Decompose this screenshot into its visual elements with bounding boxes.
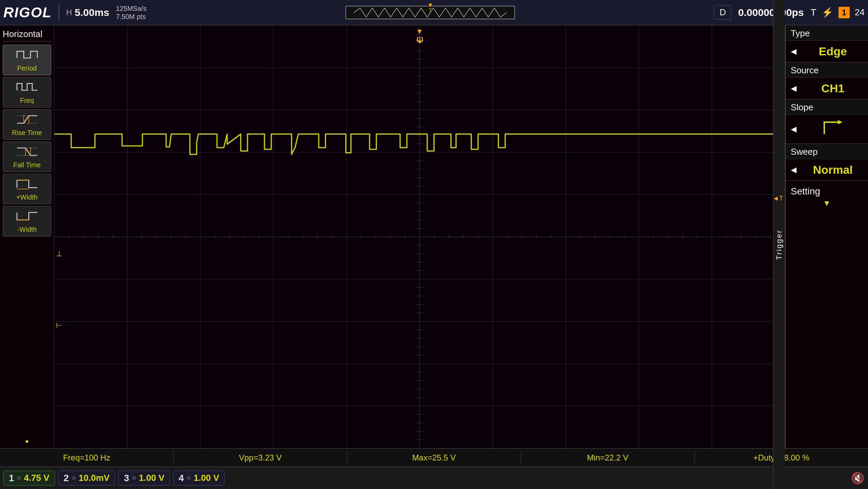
header-right: T ⚡ 1 24 [811,7,865,18]
channel-1-coupling: = [17,474,21,483]
trigger-setting-section: Setting ▼ [786,181,868,213]
trigger-slope-section: Slope ◄ [786,99,868,144]
fall-time-icon [15,145,39,160]
trigger-setting-label: Setting [789,186,820,197]
header-divider [59,4,59,21]
trigger-slope-row: ◄ [786,115,868,144]
trigger-top-marker: ▼ [427,2,433,9]
timebase-value: 5.00ms [75,7,109,18]
freq-label: Freq [20,97,34,105]
channel-4-coupling: = [186,474,191,483]
trigger-slope-arrow-left[interactable]: ◄ [789,124,798,135]
period-label: Period [17,64,37,72]
trigger-source-value: CH1 [801,82,865,95]
ground-indicator-text: ⊥ [56,249,62,258]
header-bar: RIGOL H 5.00ms 125MSa/s 7.50M pts ▼ [0,0,868,25]
measurements-bar: Freq=100 Hz Vpp=3.23 V Max=25.5 V Min=22… [0,448,868,467]
channel-3-voltage: 1.00 V [139,473,164,483]
oscilloscope-display: RIGOL H 5.00ms 125MSa/s 7.50M pts ▼ [0,0,868,489]
channel-badge: 1 [839,7,850,18]
channel-bar: 1 = 4.75 V 2 = 10.0mV 3 = 1.00 V 4 = 1.0… [0,467,868,489]
freq-button[interactable]: Freq [3,77,51,108]
channel-1-item[interactable]: 1 = 4.75 V [3,471,55,486]
trigger-sweep-section: Sweep ◄ Normal [786,144,868,181]
trigger-position-marker: ▼ 🔱 [416,27,423,43]
battery-indicator: 24 [855,7,865,18]
measurement-vpp: Vpp=3.23 V [174,451,347,464]
trigger-source-row: ◄ CH1 [786,78,868,99]
pos-width-button[interactable]: +Width [3,174,51,204]
neg-width-button[interactable]: -Width [3,206,51,237]
trigger-type-label: Type [786,25,868,41]
trigger-source-label: Source [786,62,868,78]
channel-3-item[interactable]: 3 = 1.00 V [118,471,170,486]
measurement-min: Min=22.2 V [521,451,695,464]
main-content: Horizontal Period Freq [0,25,868,448]
sample-rate: 125MSa/s [116,4,146,13]
channel-2-num: 2 [64,473,69,484]
right-panel: Type ◄ Edge Source ◄ CH1 Slope ◄ [785,25,868,448]
trigger-slope-icon [801,119,865,139]
timebase-section: H 5.00ms [66,7,109,18]
pos-width-icon [15,177,39,192]
ch1-ground-marker: ⊢ [56,321,62,330]
trigger-status-icon: ⚡ [822,7,833,18]
channel-4-voltage: 1.00 V [194,473,219,483]
fall-time-label: Fall Time [13,161,41,169]
speaker-icon[interactable]: 🔇 [851,472,865,485]
trigger-type-section: Type ◄ Edge [786,25,868,62]
brand-logo: RIGOL [3,4,52,21]
freq-icon [15,80,39,95]
trigger-type-arrow-left[interactable]: ◄ [789,46,798,57]
left-panel-title: Horizontal [3,29,51,41]
sample-section: 125MSa/s 7.50M pts [116,4,146,21]
trigger-sweep-label: Sweep [786,144,868,159]
trigger-sweep-value: Normal [801,163,865,176]
pos-width-label: +Width [16,193,38,201]
trigger-t-top: ▼ [416,27,423,36]
channel-1-num: 1 [9,473,14,484]
trigger-sweep-arrow-left[interactable]: ◄ [789,165,798,175]
timebase-label: H [66,8,72,17]
trigger-vertical-text: Trigger [775,229,784,260]
measurement-freq: Freq=100 Hz [0,451,174,464]
trigger-source-section: Source ◄ CH1 [786,62,868,99]
trigger-type-value: Edge [801,45,865,58]
trigger-wave-indicator: ▼ T [153,6,707,19]
fall-time-button[interactable]: Fall Time [3,142,51,172]
channel-3-coupling: = [132,474,136,483]
trigger-type-row: ◄ Edge [786,41,868,62]
scope-screen: ▼ 🔱 [54,25,785,448]
d-label: D [719,7,726,17]
neg-width-icon [15,209,39,224]
trigger-t-icon: 🔱 [416,36,423,43]
rise-time-button[interactable]: Rise Time [3,109,51,140]
grid-svg: ⊥ [54,25,785,448]
measurement-max: Max=25.5 V [347,451,521,464]
channel-2-coupling: = [72,474,76,483]
ground-dot-indicator: ● [3,438,51,445]
channel-1-voltage: 4.75 V [24,473,49,483]
neg-width-label: -Width [17,226,37,233]
sample-points: 7.50M pts [116,13,146,21]
channel-2-voltage: 10.0mV [79,473,110,483]
trigger-setting-down-arrow[interactable]: ▼ [823,199,831,208]
period-icon [15,48,39,63]
time-offset-display: 0.00000000ps [738,7,804,18]
rise-time-icon [15,112,39,128]
period-button[interactable]: Period [3,45,51,75]
d-indicator: D [714,5,731,20]
trigger-level-marker: ◄T [772,194,783,202]
left-panel: Horizontal Period Freq [0,25,54,448]
trigger-source-arrow-left[interactable]: ◄ [789,83,798,94]
channel-4-item[interactable]: 4 = 1.00 V [173,471,225,486]
trigger-sweep-row: ◄ Normal [786,159,868,181]
t-status-label: T [811,7,816,18]
channel-4-num: 4 [179,473,184,484]
side-trigger-label: Trigger [773,25,785,448]
rise-time-label: Rise Time [12,129,42,137]
trigger-slope-label: Slope [786,99,868,115]
channel-2-item[interactable]: 2 = 10.0mV [58,471,115,486]
sample-info: 125MSa/s 7.50M pts [116,4,146,21]
channel-3-num: 3 [124,473,129,484]
